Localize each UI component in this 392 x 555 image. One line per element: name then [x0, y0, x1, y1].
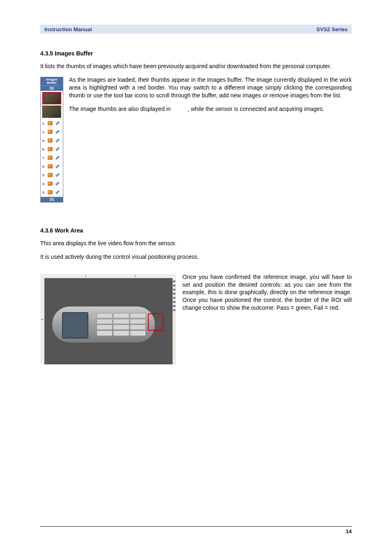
document-page: Instruction Manual SVS2 Series 4.3.5 Ima… — [0, 0, 392, 555]
svg-rect-10 — [48, 164, 53, 168]
row-number: 4. — [42, 182, 45, 186]
tool-icon — [55, 164, 60, 169]
images-buffer-row[interactable]: 9. — [41, 136, 63, 145]
ruler-vertical — [40, 274, 44, 364]
svg-rect-12 — [48, 173, 53, 177]
work-area-p1: This area displays the live video flow f… — [40, 240, 352, 247]
row-number: 6. — [42, 165, 45, 168]
svg-point-15 — [48, 183, 50, 184]
para2-pre: The image thumbs are also displayed in — [69, 106, 172, 112]
svg-point-1 — [48, 122, 50, 124]
tool-icon — [55, 173, 60, 177]
chevron-double-up-icon — [49, 198, 55, 201]
para2-post: , while the sensor is connected and acqu… — [188, 106, 324, 112]
images-buffer-row[interactable]: 1. — [41, 128, 63, 136]
work-area-p2: It is used actively during the control v… — [40, 253, 352, 261]
row-number: 7. — [42, 156, 45, 160]
images-buffer-row[interactable]: 4. — [41, 180, 63, 188]
svg-point-11 — [48, 166, 50, 167]
phone-keypad — [97, 313, 146, 336]
images-buffer-title: Images Buffer — [41, 77, 63, 85]
images-buffer-row[interactable]: 7. — [41, 154, 63, 162]
image-icon — [48, 155, 53, 160]
svg-rect-2 — [48, 130, 53, 134]
row-number: 5. — [42, 173, 45, 177]
svg-point-7 — [48, 148, 50, 150]
images-buffer-expand-down[interactable] — [41, 85, 63, 91]
images-buffer-block: Images Buffer 1. 1. 9. — [40, 76, 352, 203]
footer-rule — [40, 526, 352, 527]
images-buffer-row[interactable]: 5. — [41, 171, 63, 180]
page-header-bar: Instruction Manual SVS2 Series — [40, 25, 352, 34]
svg-point-5 — [48, 140, 50, 141]
page-footer: 14 — [40, 526, 352, 534]
image-icon — [48, 121, 53, 126]
images-buffer-row[interactable]: 3. — [41, 188, 63, 197]
svg-point-3 — [48, 131, 50, 132]
svg-rect-8 — [48, 156, 53, 160]
image-icon — [48, 129, 53, 134]
section-heading-work-area: 4.3.6 Work Area — [40, 227, 352, 234]
images-buffer-para1: As the images are loaded, their thumbs a… — [40, 76, 352, 99]
images-buffer-intro: It lists the thumbs of images which have… — [40, 62, 352, 70]
header-left-text: Instruction Manual — [44, 26, 92, 32]
tool-icon — [55, 147, 60, 152]
svg-rect-4 — [48, 138, 53, 143]
image-icon — [48, 173, 53, 177]
svg-point-17 — [48, 191, 50, 193]
images-buffer-figure: Images Buffer 1. 1. 9. — [40, 77, 63, 203]
image-icon — [48, 181, 53, 186]
tool-icon — [55, 121, 60, 126]
images-buffer-collapse-up[interactable] — [41, 197, 63, 202]
tool-icon — [55, 138, 60, 143]
phone-screen — [62, 312, 88, 339]
images-buffer-row[interactable]: 1. — [41, 119, 63, 128]
chevron-double-down-icon — [49, 87, 55, 90]
roi-rectangle[interactable] — [148, 313, 164, 331]
tool-icon — [55, 155, 60, 160]
row-number: 1. — [42, 130, 45, 134]
header-right-text: SVS2 Series — [316, 26, 348, 32]
image-icon — [48, 147, 53, 152]
svg-rect-16 — [48, 190, 53, 194]
images-buffer-thumb[interactable] — [42, 106, 61, 118]
images-buffer-row[interactable]: 6. — [41, 162, 63, 171]
svg-point-9 — [48, 157, 50, 158]
svg-rect-6 — [48, 147, 53, 151]
images-buffer-title-line2: Buffer — [47, 81, 57, 85]
svg-point-13 — [48, 174, 50, 175]
images-buffer-row[interactable]: 8. — [41, 145, 63, 154]
tool-icon — [55, 190, 60, 195]
page-number: 14 — [40, 528, 352, 534]
images-buffer-thumb-selected[interactable] — [42, 92, 61, 104]
work-area-figure — [40, 274, 176, 364]
images-buffer-para2: The image thumbs are also displayed in o… — [40, 105, 352, 113]
work-area-section: 4.3.6 Work Area This area displays the l… — [40, 227, 352, 364]
image-icon — [48, 190, 53, 195]
section-heading-images-buffer: 4.3.5 Images Buffer — [40, 50, 352, 57]
row-number: 9. — [42, 139, 45, 143]
tool-icon — [55, 181, 60, 186]
svg-rect-14 — [48, 182, 53, 186]
side-thumbnails-strip — [173, 278, 176, 364]
image-icon — [48, 164, 53, 169]
row-number: 8. — [42, 147, 45, 151]
image-icon — [48, 138, 53, 143]
row-number: 3. — [42, 191, 45, 194]
tool-icon — [55, 129, 60, 134]
ruler-horizontal — [40, 274, 176, 278]
phone-illustration — [52, 306, 155, 343]
svg-rect-0 — [48, 121, 53, 125]
row-number: 1. — [42, 122, 45, 125]
